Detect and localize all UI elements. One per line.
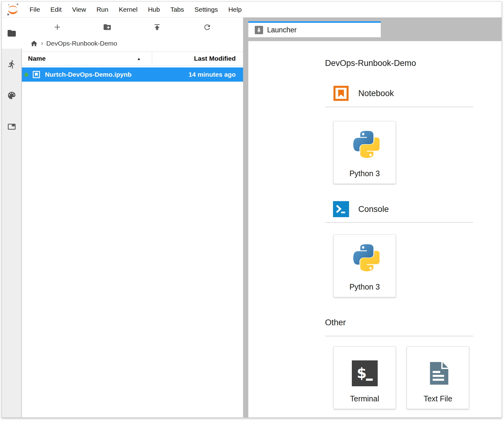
folder-icon — [7, 28, 17, 38]
terminal-icon: $ — [352, 360, 378, 386]
palette-icon — [7, 91, 17, 100]
notebook-icon — [333, 85, 349, 101]
sidebar-tab-open-tabs[interactable] — [2, 111, 21, 142]
dock-tab-bar: Launcher — [248, 18, 502, 41]
notebook-file-icon — [32, 71, 40, 79]
left-sidebar — [2, 18, 21, 417]
sidebar-tab-command-palette[interactable] — [2, 80, 21, 111]
tabs-icon — [7, 122, 16, 131]
file-last-modified: 14 minutes ago — [189, 71, 243, 78]
running-person-icon — [7, 60, 16, 69]
home-icon[interactable] — [30, 40, 38, 47]
refresh-button[interactable] — [182, 23, 232, 31]
breadcrumb-folder[interactable]: DevOps-Runbook-Demo — [46, 40, 117, 47]
launcher-rocket-icon — [255, 26, 263, 34]
jupyterlab-window: File Edit View Run Kernel Hub Tabs Setti… — [2, 1, 502, 418]
card-label: Text File — [424, 394, 452, 403]
dock-panel: Launcher DevOps-Runbook-Demo Notebook — [248, 18, 502, 417]
svg-text:$: $ — [357, 365, 367, 381]
breadcrumb-separator: › — [41, 39, 43, 47]
section-divider — [325, 222, 473, 223]
column-header-last-modified[interactable]: Last Modified — [152, 55, 243, 62]
column-header-name[interactable]: Name ▲ — [21, 52, 152, 65]
name-column-label: Name — [28, 55, 46, 62]
menu-bar: File Edit View Run Kernel Hub Tabs Setti… — [2, 2, 502, 18]
panel-splitter[interactable] — [243, 18, 248, 417]
new-folder-icon — [103, 23, 112, 31]
new-folder-button[interactable] — [82, 23, 132, 31]
menu-kernel[interactable]: Kernel — [114, 2, 143, 17]
section-header-notebook: Notebook — [325, 85, 473, 101]
sidebar-divider — [21, 49, 22, 417]
card-label: Python 3 — [349, 169, 380, 178]
section-divider — [325, 336, 473, 336]
breadcrumb: › DevOps-Runbook-Demo — [21, 37, 243, 50]
card-label: Python 3 — [349, 282, 380, 291]
menu-help[interactable]: Help — [223, 2, 247, 17]
launcher-card-text-file[interactable]: Text File — [407, 346, 469, 409]
menu-run[interactable]: Run — [91, 2, 114, 17]
listing-header: Name ▲ Last Modified — [21, 51, 243, 66]
sort-ascending-icon: ▲ — [137, 56, 152, 61]
launcher-panel: DevOps-Runbook-Demo Notebook — [248, 41, 502, 417]
file-name: Nurtch-DevOps-Demo.ipynb — [45, 71, 189, 78]
file-browser-toolbar — [21, 18, 243, 37]
sidebar-tab-running-sessions[interactable] — [2, 49, 21, 80]
section-header-console: Console — [325, 201, 473, 217]
new-launcher-button[interactable] — [32, 23, 82, 31]
console-icon — [333, 201, 349, 217]
tab-launcher[interactable]: Launcher — [248, 21, 381, 37]
jupyter-logo-icon — [6, 2, 20, 17]
launcher-card-console-python3[interactable]: Python 3 — [333, 234, 396, 297]
python-icon — [350, 130, 380, 160]
python-icon — [350, 244, 380, 273]
menu-view[interactable]: View — [67, 2, 91, 17]
launcher-cwd-title: DevOps-Runbook-Demo — [325, 57, 473, 69]
card-label: Terminal — [350, 394, 379, 403]
menu-hub[interactable]: Hub — [143, 2, 165, 17]
text-file-icon — [425, 360, 451, 386]
menu-settings[interactable]: Settings — [189, 2, 223, 17]
sidebar-tab-file-browser[interactable] — [2, 18, 21, 49]
file-browser-panel: › DevOps-Runbook-Demo Name ▲ Last Modifi… — [21, 18, 243, 417]
refresh-icon — [203, 23, 211, 31]
section-label-console: Console — [358, 205, 389, 214]
launcher-card-terminal[interactable]: $ Terminal — [333, 346, 396, 409]
section-label-other: Other — [325, 317, 473, 328]
menu-tabs[interactable]: Tabs — [165, 2, 189, 17]
launcher-card-notebook-python3[interactable]: Python 3 — [333, 121, 396, 184]
upload-button[interactable] — [132, 23, 182, 31]
file-row-selected[interactable]: Nurtch-DevOps-Demo.ipynb 14 minutes ago — [21, 67, 243, 82]
plus-icon — [53, 23, 62, 31]
menu-edit[interactable]: Edit — [45, 2, 67, 17]
section-divider — [325, 107, 473, 107]
menu-file[interactable]: File — [24, 2, 45, 17]
upload-icon — [153, 23, 161, 31]
tab-launcher-label: Launcher — [267, 26, 297, 34]
kernel-running-dot — [24, 73, 28, 77]
main-body: › DevOps-Runbook-Demo Name ▲ Last Modifi… — [2, 18, 502, 417]
section-label-notebook: Notebook — [358, 89, 394, 98]
